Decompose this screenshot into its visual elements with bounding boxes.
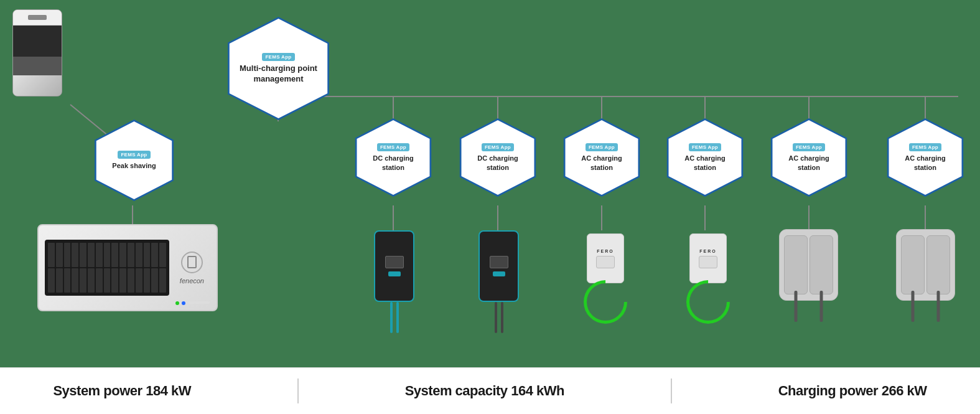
ac-station-1-hex: FEMS App AC chargingstation [561,120,642,195]
dc-station-1-hex: FEMS App DC chargingstation [353,120,434,195]
ac-station-2-hex: FEMS App AC chargingstation [665,120,745,195]
divider-2 [671,379,672,403]
ac-dual-charger-1 [779,229,838,301]
ac-dual-charger-2 [896,229,955,301]
stats-bar: System power 184 kW System capacity 164 … [0,367,980,414]
ac-wallbox-2: FERO [686,233,730,324]
fenecon-unit: fenecon [37,224,218,324]
battery-storage-unit [12,9,62,109]
ac-wallbox-1: FERO [584,233,627,324]
multi-charging-hex: FEMS App Multi-charging point management [224,19,333,118]
divider-1 [297,379,299,403]
ac-station-4-hex: FEMS App AC chargingstation [885,120,966,195]
main-container: FEMS App Multi-charging point management… [0,0,980,414]
dc-station-2-hex: FEMS App DC chargingstation [457,120,538,195]
system-capacity-stat: System capacity 164 kWh [405,383,564,399]
connector-lines [0,0,980,414]
system-power-stat: System power 184 kW [53,383,191,399]
charging-power-stat: Charging power 266 kW [778,383,927,399]
dc-charger-1 [374,230,414,333]
peak-shaving-hex: FEMS App Peak shaving [92,121,176,199]
ac-station-3-hex: FEMS App AC chargingstation [768,120,849,195]
dc-charger-2 [478,230,519,333]
